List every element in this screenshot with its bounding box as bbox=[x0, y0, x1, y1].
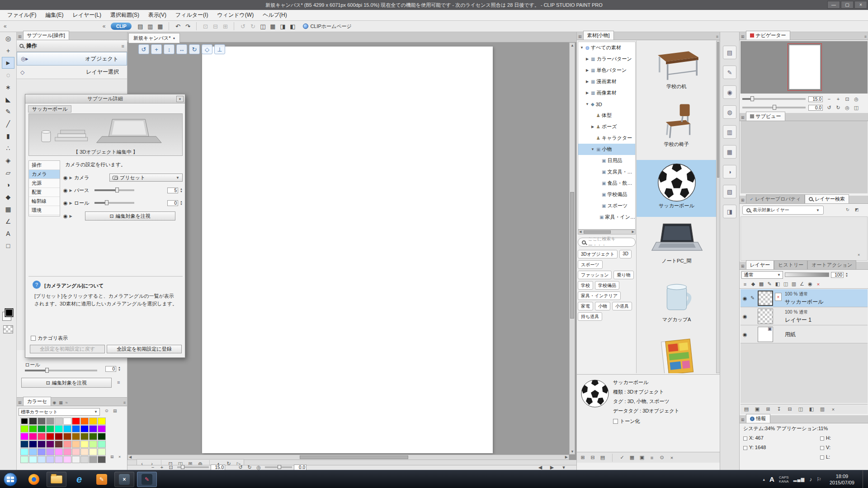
canvas-rotate-slider[interactable] bbox=[265, 466, 292, 468]
material-item-laptop[interactable]: ノートPC_開 bbox=[637, 221, 717, 275]
color-swatch[interactable] bbox=[89, 448, 97, 455]
rotate-left-icon[interactable]: ↺ bbox=[238, 22, 248, 31]
figure-tool[interactable]: ∠ bbox=[2, 216, 14, 227]
expand-icon[interactable]: ▶ bbox=[70, 201, 72, 205]
deselect-icon[interactable]: ⊡ bbox=[200, 22, 210, 31]
material-tag[interactable]: ファッション bbox=[578, 271, 612, 279]
move-tool[interactable]: + bbox=[2, 45, 14, 56]
minimize-button[interactable]: — bbox=[827, 1, 840, 9]
color-swatch[interactable] bbox=[89, 456, 97, 463]
undo-icon[interactable]: ↶ bbox=[173, 22, 183, 31]
clip-button[interactable]: CLIP bbox=[111, 23, 132, 30]
edit-color-set-icon[interactable]: ⊙ bbox=[104, 408, 110, 414]
panel-collapse-icon[interactable]: ⊞ bbox=[740, 264, 746, 269]
color-swatch[interactable] bbox=[63, 425, 71, 432]
color-swatch[interactable] bbox=[46, 425, 54, 432]
lock-layer-icon[interactable]: ◆ bbox=[749, 280, 757, 288]
info-tab[interactable]: i 情報 bbox=[746, 414, 770, 423]
tree-item[interactable]: ▣食品・飲… bbox=[578, 178, 635, 189]
merge-down-icon[interactable]: ⊟ bbox=[786, 405, 794, 413]
snap-ruler-icon[interactable]: ◨ bbox=[278, 22, 288, 31]
nav-reset-icon[interactable]: ◎ bbox=[843, 104, 852, 111]
expand-icon[interactable]: ▼ bbox=[580, 46, 584, 50]
material-tag[interactable]: 3Dオブジェクト bbox=[578, 250, 618, 258]
nav-zoom-slider[interactable] bbox=[742, 98, 806, 100]
material-item-chair[interactable]: 学校の椅子 bbox=[637, 102, 717, 156]
tree-item[interactable]: ▶♟ポーズ bbox=[578, 121, 635, 132]
frame-border-tool[interactable]: □ bbox=[2, 240, 14, 252]
material-tag[interactable]: 学校備品 bbox=[595, 281, 619, 290]
color-set-select[interactable]: 標準カラーセット ▼ bbox=[19, 408, 100, 416]
color-swatch[interactable] bbox=[29, 456, 37, 463]
color-swatch[interactable] bbox=[20, 433, 28, 440]
roll-value[interactable]: 0 bbox=[105, 366, 116, 372]
ime-indicator[interactable]: A bbox=[769, 475, 774, 483]
expand-icon[interactable]: ▶ bbox=[70, 176, 72, 180]
apply-mask-icon[interactable]: ◧ bbox=[807, 405, 816, 413]
subview-tab[interactable]: サブビュー bbox=[746, 112, 785, 121]
dialog-category[interactable]: 操作 bbox=[29, 161, 60, 170]
open-file-icon[interactable]: ▥ bbox=[145, 22, 155, 31]
expand-icon[interactable]: ▶ bbox=[70, 188, 72, 192]
object-move-icon[interactable]: ↔ bbox=[176, 44, 187, 54]
nav-actual-size-icon[interactable]: ◎ bbox=[852, 95, 861, 103]
lock-alpha-icon[interactable]: ▩ bbox=[757, 280, 765, 288]
taskbar-ie[interactable]: e bbox=[69, 472, 89, 487]
expand-icon[interactable]: ▶ bbox=[585, 80, 590, 84]
navigator-preview[interactable] bbox=[741, 41, 868, 94]
layer-color-icon[interactable]: ◧ bbox=[774, 280, 782, 288]
register-2pane-icon[interactable]: ▥ bbox=[818, 405, 826, 413]
color-swatch[interactable] bbox=[20, 418, 28, 425]
color-wheel-tab-icon[interactable]: ◉ bbox=[51, 400, 57, 406]
layer-search-refresh-icon[interactable]: ↻ bbox=[844, 207, 851, 213]
zoom-tool[interactable]: ◎ bbox=[2, 33, 14, 44]
brush-size-panel-icon[interactable]: ◉ bbox=[723, 85, 736, 99]
maximize-button[interactable]: ▢ bbox=[841, 1, 854, 9]
gradient-tool[interactable]: ▦ bbox=[2, 203, 14, 215]
focus-target-button[interactable]: ⊡ 編集対象を注視 bbox=[21, 378, 112, 388]
color-swatch[interactable] bbox=[89, 433, 97, 440]
dialog-roll-slider[interactable] bbox=[94, 202, 134, 204]
material-settings-icon[interactable]: ⊙ bbox=[658, 454, 666, 462]
nav-rotate-slider[interactable] bbox=[742, 107, 806, 108]
thumbnail-small-icon[interactable]: ▦ bbox=[628, 454, 636, 462]
color-swatch[interactable] bbox=[72, 433, 80, 440]
layer-search-delete-icon[interactable]: × bbox=[856, 253, 861, 258]
tree-item[interactable]: ▣学校備品 bbox=[578, 189, 635, 200]
color-set-tab[interactable]: カラーセ bbox=[23, 397, 52, 406]
create-mask-icon[interactable]: ◫ bbox=[797, 405, 805, 413]
opacity-slider[interactable] bbox=[785, 272, 829, 277]
material-tab[interactable]: 素材[小物] bbox=[583, 31, 614, 40]
color-swatch[interactable] bbox=[63, 418, 71, 425]
material-tag[interactable]: 学校 bbox=[578, 281, 593, 290]
color-swatch[interactable] bbox=[63, 456, 71, 463]
redo-icon[interactable]: ↷ bbox=[183, 22, 193, 31]
start-button[interactable] bbox=[4, 473, 17, 486]
brush-tool[interactable]: ▮ bbox=[2, 130, 14, 142]
color-swatch[interactable] bbox=[46, 433, 54, 440]
color-swatch[interactable] bbox=[80, 456, 89, 463]
layer-thumbnail[interactable] bbox=[758, 309, 773, 324]
scroll-right-icon[interactable]: ▶ bbox=[565, 455, 568, 459]
panel-collapse-icon[interactable]: ⊞ bbox=[740, 198, 746, 203]
flip-horizontal-icon[interactable]: ◫ bbox=[258, 22, 268, 31]
fill-tool[interactable]: ◆ bbox=[2, 191, 14, 203]
camera-pan-icon[interactable]: + bbox=[151, 44, 162, 54]
layer-visible-icon[interactable]: ◉ bbox=[743, 314, 747, 319]
panel-menu-icon[interactable]: ≡ bbox=[863, 34, 868, 40]
menu-item[interactable]: ウィンドウ(W) bbox=[212, 10, 258, 20]
color-swatch[interactable] bbox=[72, 441, 80, 448]
tree-item[interactable]: ▶▦漫画素材 bbox=[578, 76, 635, 87]
list-view-icon[interactable]: ≡ bbox=[648, 454, 656, 462]
color-swatch[interactable] bbox=[29, 433, 37, 440]
grid-icon[interactable]: ▦ bbox=[268, 22, 278, 31]
color-swatch[interactable] bbox=[29, 425, 37, 432]
menu-item[interactable]: ファイル(F) bbox=[3, 10, 41, 20]
color-swatch[interactable] bbox=[55, 448, 63, 455]
layer-row-soccer-ball[interactable]: ◉ ✎ × 100 % 通常 サッカーボール bbox=[741, 289, 868, 307]
register-defaults-button[interactable]: 全設定を初期設定に登録 bbox=[107, 345, 182, 353]
material-search-input[interactable]: ここに検索キー・・・ bbox=[578, 238, 636, 247]
color-set-panel-icon[interactable]: ▦ bbox=[723, 145, 736, 159]
scroll-down-icon[interactable]: ▼ bbox=[571, 450, 574, 454]
color-swatch[interactable] bbox=[29, 441, 37, 448]
